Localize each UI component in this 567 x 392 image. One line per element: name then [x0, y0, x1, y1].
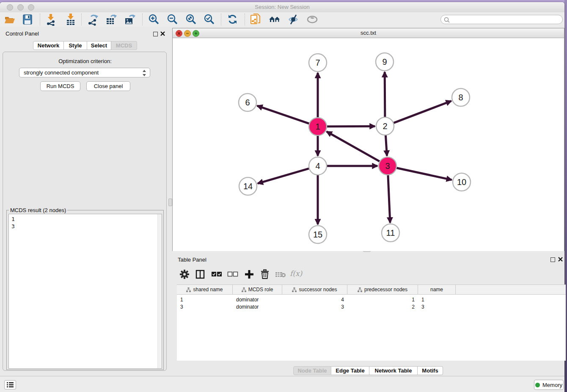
fit-content-button[interactable] — [184, 13, 198, 26]
table-row[interactable]: 3 dominator 3 2 3 — [177, 303, 566, 310]
refresh-icon — [226, 13, 239, 26]
close-panel-icon[interactable] — [160, 31, 165, 36]
network-window-title: scc.txt — [173, 28, 564, 38]
tree-icon — [242, 287, 246, 292]
search-input[interactable] — [451, 16, 561, 24]
function-builder-button[interactable]: f(x) — [290, 269, 302, 278]
search-field[interactable] — [440, 15, 563, 24]
mcds-result-textarea[interactable]: 1 3 — [8, 214, 162, 369]
select-all-columns-button[interactable] — [210, 268, 223, 281]
column-header-name[interactable]: name — [418, 285, 456, 294]
search-icon — [443, 17, 450, 23]
graph-node-label: 9 — [382, 57, 387, 66]
clone-network-icon — [249, 13, 263, 26]
tab-edge-table[interactable]: Edge Table — [331, 366, 369, 375]
tab-select[interactable]: Select — [87, 41, 111, 50]
delete-table-button[interactable] — [274, 268, 287, 281]
create-column-button[interactable] — [242, 268, 256, 281]
zoom-in-icon — [147, 13, 160, 26]
network-close-button[interactable] — [176, 30, 182, 37]
tab-node-table[interactable]: Node Table — [293, 366, 331, 375]
toolbar-separator — [40, 14, 40, 25]
zoom-selected-button[interactable] — [202, 13, 216, 26]
float-table-panel-icon[interactable] — [550, 257, 555, 262]
control-panel: Control Panel Network Style Select MCDS … — [0, 27, 170, 376]
open-session-button[interactable] — [3, 13, 17, 26]
homes-icon — [268, 13, 281, 26]
tab-mcds[interactable]: MCDS — [111, 41, 137, 50]
vertical-splitter-grip[interactable] — [168, 199, 172, 206]
column-label: name — [430, 287, 443, 293]
zoom-in-button[interactable] — [147, 13, 160, 26]
graph-edge-2-3[interactable] — [385, 135, 387, 156]
table-panel: Table Panel — [172, 254, 564, 376]
show-all-networks-button[interactable] — [268, 13, 281, 26]
graph-edge-2-9[interactable] — [385, 72, 385, 117]
result-scrollbar[interactable] — [157, 214, 162, 368]
tab-motifs[interactable]: Motifs — [418, 366, 443, 375]
network-graph[interactable]: 7968124314101511 — [173, 38, 564, 251]
column-header-mcds-role[interactable]: MCDS role — [233, 285, 282, 294]
export-image-icon — [124, 13, 136, 26]
tab-network-table[interactable]: Network Table — [369, 366, 418, 375]
graph-node-label: 3 — [385, 161, 390, 171]
run-mcds-button[interactable]: Run MCDS — [40, 81, 80, 91]
network-minimize-button[interactable] — [184, 30, 191, 37]
column-header-shared-name[interactable]: shared name — [177, 285, 233, 294]
tree-icon — [186, 287, 191, 292]
show-columns-button[interactable] — [193, 268, 207, 281]
checked-boxes-icon — [211, 271, 222, 277]
graph-edge-4-14[interactable] — [258, 168, 309, 183]
mcds-result-title: MCDS result (2 nodes) — [9, 207, 67, 213]
network-maximize-button[interactable] — [193, 30, 199, 37]
stepper-arrows-icon — [142, 70, 146, 76]
export-network-button[interactable] — [86, 13, 100, 26]
float-panel-icon[interactable] — [153, 32, 158, 36]
import-table-icon — [64, 13, 77, 26]
network-view-window: scc.txt 7968124314101511 — [172, 28, 564, 251]
memory-button[interactable]: Memory — [534, 380, 564, 390]
save-session-button[interactable] — [21, 13, 34, 26]
table-row[interactable]: 1 dominator 4 1 1 — [177, 296, 566, 303]
graph-edge-3-10[interactable] — [396, 168, 452, 179]
graph-edge-1-6[interactable] — [257, 106, 309, 124]
plus-icon — [245, 270, 254, 279]
export-image-button[interactable] — [123, 13, 137, 26]
node-table: shared name MCDS role successor nodes pr… — [177, 284, 566, 361]
zoom-out-button[interactable] — [165, 13, 179, 26]
column-header-successor-nodes[interactable]: successor nodes — [282, 285, 347, 294]
refresh-view-button[interactable] — [226, 13, 239, 26]
show-graphics-details-button[interactable] — [306, 13, 319, 26]
export-table-icon — [105, 13, 118, 26]
close-table-panel-icon[interactable] — [558, 257, 563, 262]
hide-graphics-details-button[interactable] — [286, 13, 300, 26]
delete-table-icon — [275, 271, 286, 278]
optimization-criterion-select[interactable]: strongly connected component — [19, 68, 150, 77]
unselect-all-columns-button[interactable] — [226, 268, 239, 281]
graph-node-label: 2 — [383, 121, 387, 131]
mcds-result-groupbox: MCDS result (2 nodes) 1 3 — [6, 210, 164, 370]
cell-name: 3 — [418, 304, 456, 310]
task-history-button[interactable] — [4, 380, 16, 389]
clone-network-button[interactable] — [249, 13, 263, 26]
close-panel-button[interactable]: Close panel — [86, 81, 130, 91]
column-label: successor nodes — [299, 287, 337, 293]
eye-slash-icon — [287, 13, 300, 26]
graph-node-label: 15 — [313, 230, 322, 239]
graph-edge-1-2[interactable] — [327, 126, 375, 127]
import-table-button[interactable] — [64, 13, 77, 26]
export-table-button[interactable] — [105, 13, 118, 26]
graph-edge-3-1[interactable] — [327, 132, 380, 162]
tab-style[interactable]: Style — [64, 41, 87, 50]
graph-edge-3-11[interactable] — [388, 175, 390, 223]
import-network-button[interactable] — [44, 13, 58, 26]
delete-column-button[interactable] — [258, 268, 272, 281]
toolbar-separator — [221, 14, 221, 25]
app-window: Session: New Session — [0, 2, 564, 392]
network-window-titlebar: scc.txt — [173, 28, 564, 38]
table-settings-button[interactable] — [178, 268, 191, 281]
tab-network[interactable]: Network — [33, 41, 64, 50]
graph-edge-2-8[interactable] — [394, 101, 451, 123]
graph-node-label: 4 — [315, 161, 320, 171]
column-header-predecessor-nodes[interactable]: predecessor nodes — [347, 285, 418, 294]
